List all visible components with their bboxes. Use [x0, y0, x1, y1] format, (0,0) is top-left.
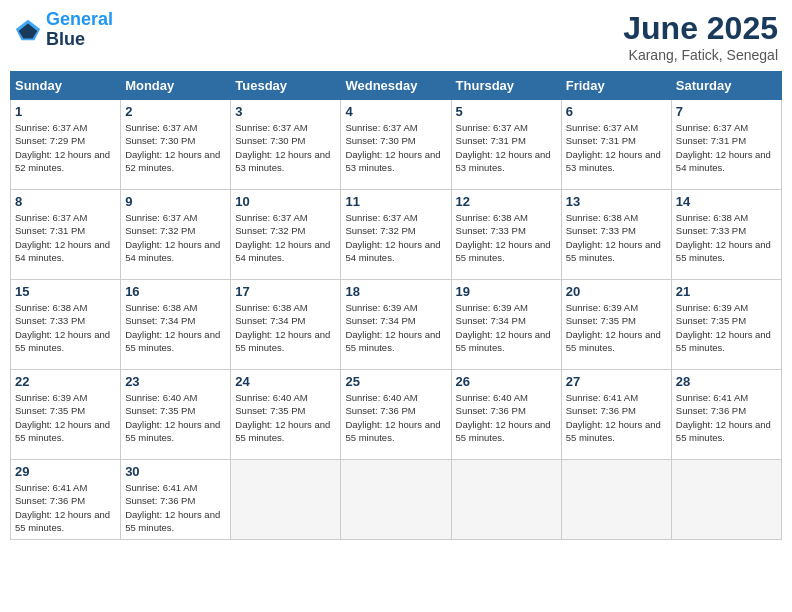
header-tuesday: Tuesday [231, 72, 341, 100]
day-number: 19 [456, 284, 557, 299]
calendar-cell: 1 Sunrise: 6:37 AM Sunset: 7:29 PM Dayli… [11, 100, 121, 190]
day-number: 10 [235, 194, 336, 209]
day-info: Sunrise: 6:37 AM Sunset: 7:30 PM Dayligh… [125, 121, 226, 174]
day-info: Sunrise: 6:38 AM Sunset: 7:33 PM Dayligh… [676, 211, 777, 264]
day-info: Sunrise: 6:37 AM Sunset: 7:32 PM Dayligh… [125, 211, 226, 264]
day-info: Sunrise: 6:37 AM Sunset: 7:29 PM Dayligh… [15, 121, 116, 174]
calendar-cell: 15 Sunrise: 6:38 AM Sunset: 7:33 PM Dayl… [11, 280, 121, 370]
calendar-cell: 12 Sunrise: 6:38 AM Sunset: 7:33 PM Dayl… [451, 190, 561, 280]
day-info: Sunrise: 6:39 AM Sunset: 7:35 PM Dayligh… [566, 301, 667, 354]
logo-icon [14, 16, 42, 44]
day-number: 26 [456, 374, 557, 389]
weekday-header-row: Sunday Monday Tuesday Wednesday Thursday… [11, 72, 782, 100]
header-sunday: Sunday [11, 72, 121, 100]
day-info: Sunrise: 6:40 AM Sunset: 7:36 PM Dayligh… [345, 391, 446, 444]
calendar-cell: 10 Sunrise: 6:37 AM Sunset: 7:32 PM Dayl… [231, 190, 341, 280]
day-info: Sunrise: 6:40 AM Sunset: 7:36 PM Dayligh… [456, 391, 557, 444]
calendar-cell: 23 Sunrise: 6:40 AM Sunset: 7:35 PM Dayl… [121, 370, 231, 460]
day-info: Sunrise: 6:38 AM Sunset: 7:34 PM Dayligh… [125, 301, 226, 354]
calendar-cell: 14 Sunrise: 6:38 AM Sunset: 7:33 PM Dayl… [671, 190, 781, 280]
calendar-cell: 7 Sunrise: 6:37 AM Sunset: 7:31 PM Dayli… [671, 100, 781, 190]
day-info: Sunrise: 6:41 AM Sunset: 7:36 PM Dayligh… [15, 481, 116, 534]
calendar-cell [561, 460, 671, 540]
calendar-cell [451, 460, 561, 540]
calendar-cell: 11 Sunrise: 6:37 AM Sunset: 7:32 PM Dayl… [341, 190, 451, 280]
day-info: Sunrise: 6:37 AM Sunset: 7:30 PM Dayligh… [235, 121, 336, 174]
day-number: 16 [125, 284, 226, 299]
day-number: 30 [125, 464, 226, 479]
calendar-cell: 19 Sunrise: 6:39 AM Sunset: 7:34 PM Dayl… [451, 280, 561, 370]
calendar-cell: 9 Sunrise: 6:37 AM Sunset: 7:32 PM Dayli… [121, 190, 231, 280]
day-number: 11 [345, 194, 446, 209]
calendar-cell: 25 Sunrise: 6:40 AM Sunset: 7:36 PM Dayl… [341, 370, 451, 460]
day-info: Sunrise: 6:38 AM Sunset: 7:34 PM Dayligh… [235, 301, 336, 354]
header-thursday: Thursday [451, 72, 561, 100]
day-number: 25 [345, 374, 446, 389]
day-number: 2 [125, 104, 226, 119]
day-number: 18 [345, 284, 446, 299]
day-number: 9 [125, 194, 226, 209]
day-number: 13 [566, 194, 667, 209]
day-info: Sunrise: 6:40 AM Sunset: 7:35 PM Dayligh… [235, 391, 336, 444]
calendar-week-row: 22 Sunrise: 6:39 AM Sunset: 7:35 PM Dayl… [11, 370, 782, 460]
calendar-cell: 3 Sunrise: 6:37 AM Sunset: 7:30 PM Dayli… [231, 100, 341, 190]
day-number: 17 [235, 284, 336, 299]
header-monday: Monday [121, 72, 231, 100]
day-number: 20 [566, 284, 667, 299]
calendar-cell: 5 Sunrise: 6:37 AM Sunset: 7:31 PM Dayli… [451, 100, 561, 190]
header-saturday: Saturday [671, 72, 781, 100]
day-info: Sunrise: 6:37 AM Sunset: 7:31 PM Dayligh… [15, 211, 116, 264]
day-number: 14 [676, 194, 777, 209]
day-info: Sunrise: 6:41 AM Sunset: 7:36 PM Dayligh… [125, 481, 226, 534]
day-number: 3 [235, 104, 336, 119]
calendar-table: Sunday Monday Tuesday Wednesday Thursday… [10, 71, 782, 540]
day-number: 15 [15, 284, 116, 299]
day-info: Sunrise: 6:41 AM Sunset: 7:36 PM Dayligh… [676, 391, 777, 444]
calendar-cell: 20 Sunrise: 6:39 AM Sunset: 7:35 PM Dayl… [561, 280, 671, 370]
calendar-cell [231, 460, 341, 540]
day-info: Sunrise: 6:39 AM Sunset: 7:35 PM Dayligh… [676, 301, 777, 354]
day-info: Sunrise: 6:37 AM Sunset: 7:31 PM Dayligh… [456, 121, 557, 174]
day-number: 4 [345, 104, 446, 119]
day-number: 29 [15, 464, 116, 479]
page-header: GeneralBlue June 2025 Karang, Fatick, Se… [10, 10, 782, 63]
day-info: Sunrise: 6:41 AM Sunset: 7:36 PM Dayligh… [566, 391, 667, 444]
day-info: Sunrise: 6:39 AM Sunset: 7:35 PM Dayligh… [15, 391, 116, 444]
logo: GeneralBlue [14, 10, 113, 50]
day-info: Sunrise: 6:39 AM Sunset: 7:34 PM Dayligh… [456, 301, 557, 354]
day-info: Sunrise: 6:37 AM Sunset: 7:31 PM Dayligh… [676, 121, 777, 174]
header-wednesday: Wednesday [341, 72, 451, 100]
day-info: Sunrise: 6:40 AM Sunset: 7:35 PM Dayligh… [125, 391, 226, 444]
calendar-cell: 28 Sunrise: 6:41 AM Sunset: 7:36 PM Dayl… [671, 370, 781, 460]
title-area: June 2025 Karang, Fatick, Senegal [623, 10, 778, 63]
day-number: 22 [15, 374, 116, 389]
calendar-cell: 6 Sunrise: 6:37 AM Sunset: 7:31 PM Dayli… [561, 100, 671, 190]
day-number: 5 [456, 104, 557, 119]
day-info: Sunrise: 6:38 AM Sunset: 7:33 PM Dayligh… [566, 211, 667, 264]
header-friday: Friday [561, 72, 671, 100]
calendar-cell: 16 Sunrise: 6:38 AM Sunset: 7:34 PM Dayl… [121, 280, 231, 370]
day-number: 27 [566, 374, 667, 389]
calendar-cell [341, 460, 451, 540]
day-info: Sunrise: 6:37 AM Sunset: 7:32 PM Dayligh… [345, 211, 446, 264]
calendar-cell: 29 Sunrise: 6:41 AM Sunset: 7:36 PM Dayl… [11, 460, 121, 540]
day-info: Sunrise: 6:38 AM Sunset: 7:33 PM Dayligh… [456, 211, 557, 264]
day-number: 28 [676, 374, 777, 389]
day-info: Sunrise: 6:37 AM Sunset: 7:30 PM Dayligh… [345, 121, 446, 174]
day-info: Sunrise: 6:38 AM Sunset: 7:33 PM Dayligh… [15, 301, 116, 354]
day-number: 1 [15, 104, 116, 119]
calendar-cell: 21 Sunrise: 6:39 AM Sunset: 7:35 PM Dayl… [671, 280, 781, 370]
calendar-week-row: 1 Sunrise: 6:37 AM Sunset: 7:29 PM Dayli… [11, 100, 782, 190]
calendar-week-row: 8 Sunrise: 6:37 AM Sunset: 7:31 PM Dayli… [11, 190, 782, 280]
day-number: 24 [235, 374, 336, 389]
calendar-cell: 22 Sunrise: 6:39 AM Sunset: 7:35 PM Dayl… [11, 370, 121, 460]
month-title: June 2025 [623, 10, 778, 47]
calendar-cell: 26 Sunrise: 6:40 AM Sunset: 7:36 PM Dayl… [451, 370, 561, 460]
calendar-cell [671, 460, 781, 540]
day-number: 8 [15, 194, 116, 209]
calendar-week-row: 29 Sunrise: 6:41 AM Sunset: 7:36 PM Dayl… [11, 460, 782, 540]
calendar-cell: 8 Sunrise: 6:37 AM Sunset: 7:31 PM Dayli… [11, 190, 121, 280]
logo-text: GeneralBlue [46, 10, 113, 50]
day-info: Sunrise: 6:37 AM Sunset: 7:32 PM Dayligh… [235, 211, 336, 264]
calendar-cell: 18 Sunrise: 6:39 AM Sunset: 7:34 PM Dayl… [341, 280, 451, 370]
